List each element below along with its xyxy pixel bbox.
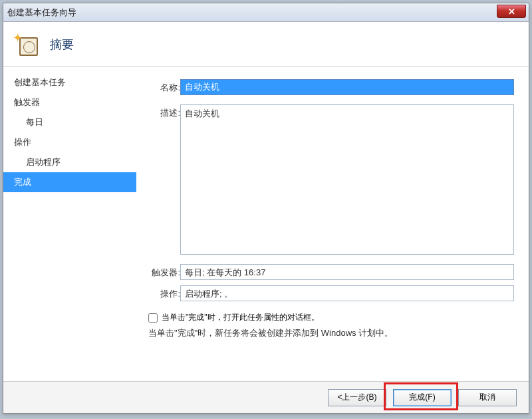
window-title: 创建基本任务向导 xyxy=(7,7,76,19)
close-icon: ✕ xyxy=(508,7,515,17)
sidebar-item-start-program[interactable]: 启动程序 xyxy=(3,152,136,172)
name-label: 名称: xyxy=(143,79,180,94)
sidebar-item-finish[interactable]: 完成 xyxy=(3,172,136,192)
action-label: 操作: xyxy=(143,285,180,300)
titlebar[interactable]: 创建基本任务向导 ✕ xyxy=(3,3,529,22)
cancel-button[interactable]: 取消 xyxy=(458,389,517,406)
close-button[interactable]: ✕ xyxy=(497,5,526,18)
sidebar-item-trigger[interactable]: 触发器 xyxy=(3,92,136,112)
wizard-body: 创建基本任务 触发器 每日 操作 启动程序 完成 名称: 自动关机 描述: 自动… xyxy=(3,67,529,380)
sidebar-item-daily[interactable]: 每日 xyxy=(3,112,136,132)
wizard-footer: <上一步(B) 完成(F) 取消 xyxy=(3,381,529,413)
open-properties-checkbox[interactable] xyxy=(148,313,158,323)
wizard-steps-sidebar: 创建基本任务 触发器 每日 操作 启动程序 完成 xyxy=(3,67,136,380)
sidebar-item-action[interactable]: 操作 xyxy=(3,132,136,152)
trigger-value: 每日; 在每天的 16:37 xyxy=(180,264,514,280)
wizard-header: ✦ 摘要 xyxy=(3,22,529,67)
description-label: 描述: xyxy=(143,104,180,119)
open-properties-checkbox-row[interactable]: 当单击"完成"时，打开此任务属性的对话框。 xyxy=(143,312,514,323)
info-text: 当单击"完成"时，新任务将会被创建并添加到 Windows 计划中。 xyxy=(143,327,514,339)
wizard-content: 名称: 自动关机 描述: 自动关机 触发器: 每日; 在每天的 16:37 操作… xyxy=(136,67,529,380)
task-icon: ✦ xyxy=(15,33,38,56)
page-title: 摘要 xyxy=(50,37,74,53)
sidebar-item-create-basic-task[interactable]: 创建基本任务 xyxy=(3,72,136,92)
wizard-window: 创建基本任务向导 ✕ ✦ 摘要 创建基本任务 触发器 每日 操作 启动程序 完成… xyxy=(3,3,529,414)
open-properties-label: 当单击"完成"时，打开此任务属性的对话框。 xyxy=(162,312,319,323)
back-button[interactable]: <上一步(B) xyxy=(328,389,386,406)
finish-button[interactable]: 完成(F) xyxy=(393,389,452,406)
description-input[interactable]: 自动关机 xyxy=(180,104,514,255)
action-value: 启动程序; 。 xyxy=(180,285,514,301)
name-input[interactable]: 自动关机 xyxy=(180,79,514,95)
trigger-label: 触发器: xyxy=(143,264,180,279)
